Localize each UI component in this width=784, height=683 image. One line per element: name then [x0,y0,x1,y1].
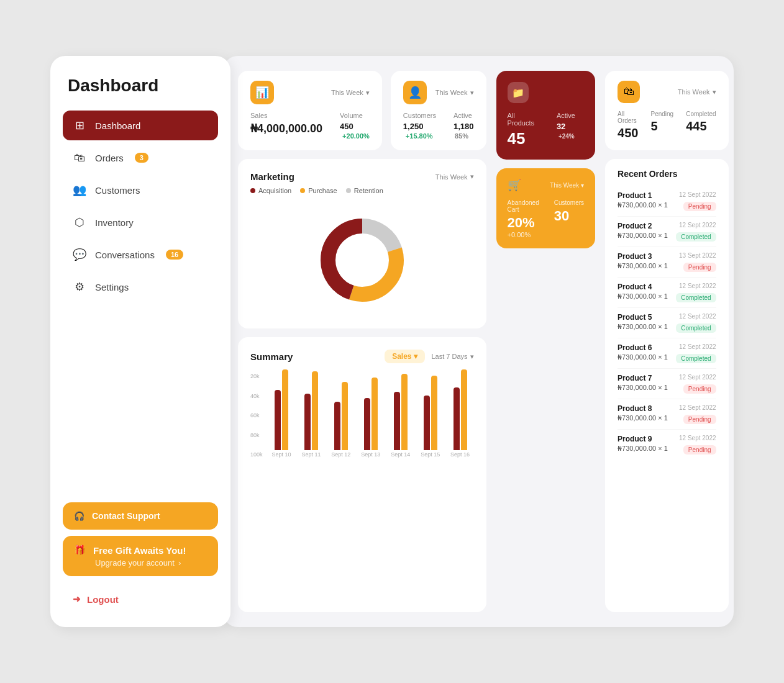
order-date: 12 Sept 2022 [679,404,716,411]
order-info: Product 3 ₦730,000.00 × 1 [618,252,668,270]
sidebar-item-dashboard[interactable]: ⊞ Dashboard [63,111,218,140]
order-price: ₦730,000.00 × 1 [618,201,668,209]
active-value: 1,180 85% [454,122,474,140]
order-date: 12 Sept 2022 [676,283,716,289]
main-content: 📊 This Week ▾ Sales ₦4,000,000.00 Volume [223,56,734,627]
table-row: Product 5 ₦730,000.00 × 1 12 Sept 2022 C… [618,308,716,338]
sidebar-item-conversations[interactable]: 💬 Conversations 16 [63,240,218,269]
chevron-down-icon: ▾ [414,352,417,361]
order-price: ₦730,000.00 × 1 [618,353,668,361]
right-column: 🛍 This Week ▾ All Orders 450 Pending 5 [605,71,728,612]
table-row: Product 3 ₦730,000.00 × 1 13 Sept 2022 P… [618,247,716,278]
sidebar-item-settings[interactable]: ⚙ Settings [63,272,218,302]
chevron-down-icon: ▾ [366,89,370,97]
bar-dark [454,387,460,450]
table-row: Product 9 ₦730,000.00 × 1 12 Sept 2022 P… [618,430,716,459]
marketing-card: Marketing This Week ▾ Acquisition Purcha… [238,159,486,328]
sidebar-item-orders[interactable]: 🛍 Orders 3 [63,143,218,173]
order-date: 12 Sept 2022 [676,343,716,350]
legend-purchase: Purchase [300,187,337,194]
y-label: 20k [250,373,263,379]
sales-week-selector[interactable]: This Week ▾ [331,89,370,97]
cart-icon: 🛒 [508,178,521,192]
active-group: Active 1,180 85% [454,112,474,140]
marketing-week-selector[interactable]: This Week ▾ [435,173,474,181]
contact-support-label: Contact Support [92,511,160,521]
all-orders-group: All Orders 450 [618,111,638,140]
bar-pair [304,366,318,450]
completed-orders-value: 445 [686,119,716,133]
bar-dark [334,402,340,450]
order-status: Completed [676,354,716,363]
logout-button[interactable]: ➜ Logout [63,589,218,610]
customers-stat-card: 👤 This Week ▾ Customers 1,250 +15.80% [391,71,486,150]
sidebar-item-customers[interactable]: 👥 Customers [63,175,218,205]
order-date: 12 Sept 2022 [679,374,716,381]
order-info: Product 5 ₦730,000.00 × 1 [618,313,668,331]
orders-week-selector[interactable]: This Week ▾ [678,88,716,96]
donut-chart [250,204,474,316]
customers-icon: 👤 [403,81,427,104]
table-row: Product 6 ₦730,000.00 × 1 12 Sept 2022 C… [618,338,716,369]
summary-card: Summary Sales ▾ Last 7 Days ▾ 100k80k60k… [238,337,486,612]
sales-tag[interactable]: Sales ▾ [385,350,425,363]
bar-yellow [401,374,408,451]
sidebar-item-label: Settings [95,282,129,292]
customers-week-selector[interactable]: This Week ▾ [435,89,474,97]
order-date: 12 Sept 2022 [676,222,716,228]
sidebar-item-label: Dashboard [95,120,140,131]
order-right: 12 Sept 2022 Pending [679,191,716,211]
bar-group: Sept 10 [268,366,295,458]
pending-orders-group: Pending 5 [650,111,673,140]
inventory-icon: ⬡ [73,215,86,229]
purchase-dot [300,188,305,193]
bar-group: Sept 13 [357,366,385,458]
gift-icon: 🎁 [74,545,86,556]
bar-group: Sept 11 [298,366,325,458]
contact-support-button[interactable]: 🎧 Contact Support [63,502,218,530]
bar-yellow [461,369,467,450]
order-info: Product 6 ₦730,000.00 × 1 [618,343,668,361]
stats-row: 📊 This Week ▾ Sales ₦4,000,000.00 Volume [238,71,486,150]
bar-yellow [312,371,318,450]
bar-dark [275,390,281,451]
order-price: ₦730,000.00 × 1 [618,445,668,453]
customers-value: 1,250 +15.80% [403,122,436,140]
active-products-group: Active 32 +24% [557,112,584,148]
order-info: Product 4 ₦730,000.00 × 1 [618,283,668,301]
order-info: Product 8 ₦730,000.00 × 1 [618,404,668,422]
abandoned-value: 20% [508,215,539,231]
order-info: Product 7 ₦730,000.00 × 1 [618,374,668,392]
abandoned-change: +0.00% [508,231,539,238]
sales-value: ₦4,000,000.00 [250,122,322,135]
summary-title: Summary [250,351,293,362]
table-row: Product 8 ₦730,000.00 × 1 12 Sept 2022 P… [618,399,716,430]
order-right: 12 Sept 2022 Pending [679,404,716,424]
bar-label: Sept 14 [391,451,410,458]
marketing-title: Marketing [250,171,294,182]
bar-group: Sept 12 [327,366,355,458]
bar-group: Sept 15 [417,366,444,458]
order-price: ₦730,000.00 × 1 [618,232,668,240]
abandoned-cart-group: Abandoned Cart 20% +0.00% [508,199,539,238]
order-name: Product 6 [618,343,668,352]
period-selector[interactable]: Last 7 Days ▾ [431,353,473,361]
bar-pair [275,366,288,450]
order-date: 12 Sept 2022 [679,435,716,441]
order-status: Completed [676,323,716,333]
all-products-group: All Products 45 [508,112,542,148]
gift-button[interactable]: 🎁 Free Gift Awaits You! Upgrade your acc… [63,536,218,576]
marketing-legend: Acquisition Purchase Retention [250,187,474,194]
order-price: ₦730,000.00 × 1 [618,384,668,392]
bar-pair [394,366,408,450]
sidebar: Dashboard ⊞ Dashboard 🛍 Orders 3 👥 Custo… [50,56,230,627]
sidebar-item-inventory[interactable]: ⬡ Inventory [63,207,218,237]
y-label: 80k [250,432,263,438]
orders-badge: 3 [135,153,148,163]
y-label: 60k [250,412,263,418]
order-status: Pending [683,202,716,211]
order-right: 12 Sept 2022 Completed [676,343,716,363]
order-right: 12 Sept 2022 Completed [676,313,716,333]
retention-dot [346,188,351,193]
cart-week-selector[interactable]: This Week ▾ [550,182,584,189]
